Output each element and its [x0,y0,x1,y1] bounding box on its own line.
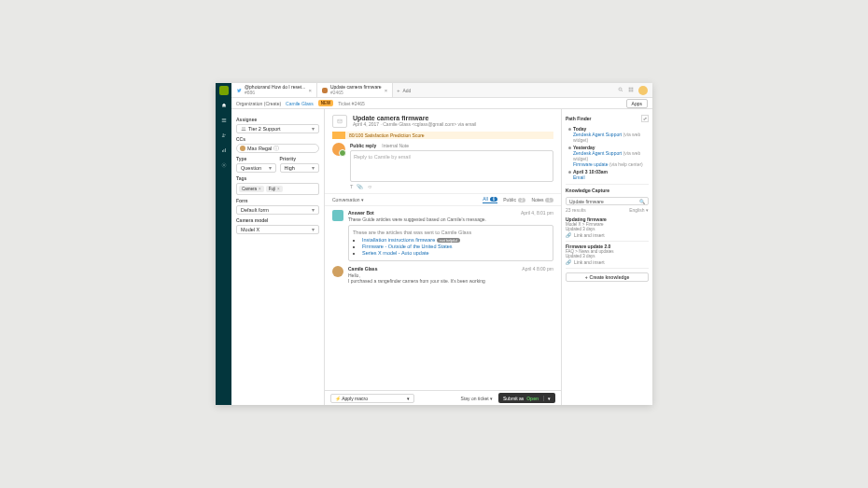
pathfinder-link[interactable]: Firmware update [573,161,609,167]
conversation-dropdown[interactable]: Conversation ▾ [332,197,364,202]
tab-2[interactable]: Update camera firmware #2465 × [317,83,393,97]
apply-macro-button[interactable]: ⚡ Apply macro▾ [330,394,414,403]
pathfinder-title: Path Finder [566,116,592,121]
chevron-down-icon[interactable]: ▾ [543,396,551,401]
channel-email-icon [332,115,347,128]
user-avatar[interactable] [638,86,648,95]
apps-grid-icon[interactable] [628,87,634,93]
tag-remove-icon[interactable]: × [259,187,261,191]
link-icon[interactable]: 🔗 [566,232,571,238]
text-format-icon[interactable]: T [350,184,353,189]
admin-icon[interactable] [219,160,229,170]
form-label: Form [236,198,319,203]
not-helpful-badge[interactable]: not helpful [437,238,459,243]
crumb-ticket: Ticket #2465 [338,101,364,106]
answer-bot-item: Answer BotApril 4, 8:01 pm These Guide a… [332,210,553,261]
svg-point-9 [619,88,622,91]
suggested-article-link[interactable]: Series X model - Auto update [362,250,429,256]
apps-toggle-button[interactable]: Apps [626,99,648,108]
public-reply-tab[interactable]: Public reply [350,143,376,148]
plus-icon: + [397,88,399,93]
kc-search-input[interactable]: Update firmware🔍 [566,197,649,205]
search-icon: 🔍 [639,199,645,204]
svg-rect-11 [631,88,632,89]
tab-1[interactable]: @photorand How do I reset... #886 × [231,83,317,97]
breadcrumb-bar: Organization (Create) Camile Glass NEW T… [231,98,652,109]
group-icon [241,126,246,132]
reply-editor[interactable]: Reply to Camile by email [350,150,553,182]
filter-all[interactable]: All6 [483,196,497,203]
add-tab-input[interactable] [402,88,449,93]
assignee-select[interactable]: Tier 2 Support ▾ [236,124,319,133]
ticket-avatar-icon [322,88,328,93]
tab-2-close[interactable]: × [385,88,388,93]
svg-point-19 [242,127,244,129]
customer-avatar [332,266,343,277]
svg-rect-10 [629,88,630,89]
suggested-article-link[interactable]: Firmware - Outside of the United States [362,244,453,249]
tag-chip[interactable]: Fuji× [266,186,283,192]
tab-2-sub: #2465 [330,91,382,96]
pathfinder-entry: YesterdayZendesk Agent Support (via web … [568,145,649,167]
home-icon[interactable] [219,101,229,110]
crumb-org[interactable]: Organization (Create) [236,101,281,106]
views-icon[interactable] [219,116,229,125]
ticket-fields-sidebar: Assignee Tier 2 Support ▾ CCs Max Regal … [231,109,325,405]
create-knowledge-button[interactable]: + Create knowledge [566,272,649,282]
svg-point-8 [223,164,225,166]
reports-icon[interactable] [219,146,229,155]
add-tab[interactable]: + [393,83,453,97]
tab-1-sub: #886 [245,91,305,96]
cc-chip[interactable]: Max Regal ⓘ [236,144,319,153]
svg-rect-5 [222,150,223,152]
submit-button[interactable]: Submit as Open ▾ [498,393,555,403]
model-label: Camera model [236,217,319,223]
emoji-icon[interactable]: ☺ [367,184,372,189]
cc-avatar [240,146,245,151]
assignee-label: Assignee [236,117,319,122]
agent-avatar [332,143,345,156]
filter-notes[interactable]: Notes1 [531,196,553,203]
customers-icon[interactable] [219,131,229,140]
svg-rect-21 [338,119,343,123]
satisfaction-score: 80/100 Satisfaction Prediction Score [332,132,553,139]
tags-input[interactable]: Camera× Fuji× [236,183,319,195]
chevron-down-icon: ▾ [312,227,315,232]
search-icon[interactable] [618,87,623,93]
priority-select[interactable]: High▾ [280,163,320,173]
link-icon[interactable]: 🔗 [566,259,571,265]
crumb-user[interactable]: Camile Glass [286,101,314,106]
priority-label: Priority [280,156,320,161]
attachment-icon[interactable]: 📎 [357,184,363,189]
kc-language-select[interactable]: English ▾ [629,207,649,213]
kc-article-card[interactable]: Updating firmwareModel X > FirmwareUpdat… [566,215,649,242]
tab-bar: @photorand How do I reset... #886 × Upda… [231,83,652,98]
svg-rect-12 [632,88,633,89]
tab-1-close[interactable]: × [308,88,312,93]
kc-result-count: 23 results [566,207,586,213]
stay-on-ticket-dropdown[interactable]: Stay on ticket ▾ [461,396,493,401]
form-select[interactable]: Default form▾ [236,205,319,215]
status-badge-new: NEW [318,100,334,106]
pathfinder-entry: April 3 10:03amEmail [568,169,649,180]
tag-chip[interactable]: Camera× [239,186,264,192]
bot-avatar-icon [332,210,343,221]
suggested-article-link[interactable]: Installation instructions firmware [362,237,435,243]
type-select[interactable]: Question▾ [236,163,276,173]
svg-point-3 [222,133,224,135]
tag-remove-icon[interactable]: × [277,187,280,191]
expand-icon[interactable]: ⤢ [641,115,649,122]
svg-rect-0 [221,119,226,119]
main-column: @photorand How do I reset... #886 × Upda… [231,83,652,405]
svg-rect-2 [221,121,226,122]
ccs-label: CCs [236,136,319,142]
svg-point-4 [224,134,225,135]
info-icon[interactable]: ⓘ [273,146,279,152]
app-window: @photorand How do I reset... #886 × Upda… [216,83,652,405]
brand-logo[interactable] [219,86,229,95]
internal-note-tab[interactable]: Internal Note [382,143,409,148]
kc-article-card[interactable]: Firmware update 2.0FAQ > News and update… [566,242,649,269]
filter-public[interactable]: Public2 [503,196,525,203]
pathfinder-link[interactable]: Email [573,174,585,180]
model-select[interactable]: Model X▾ [236,225,319,234]
